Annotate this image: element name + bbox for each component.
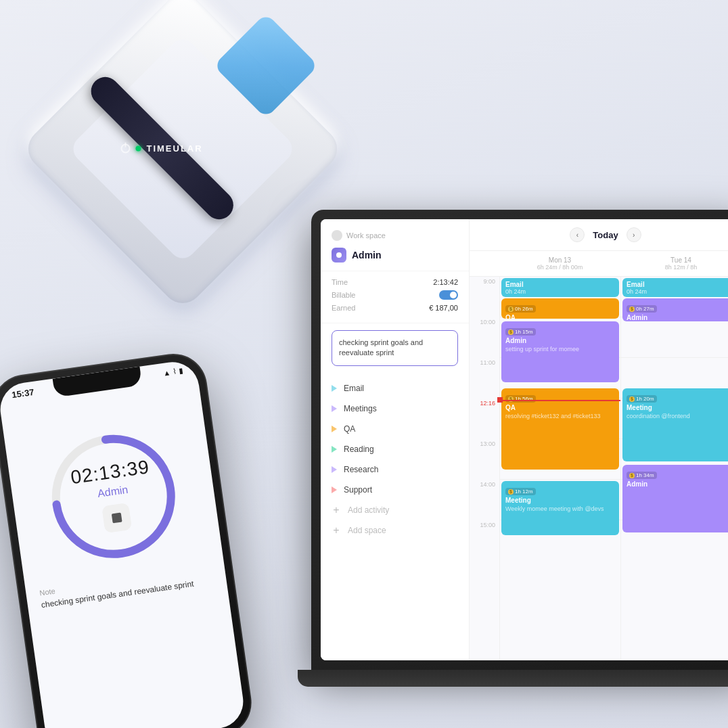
event-title: Admin <box>505 337 615 344</box>
laptop-base <box>298 670 728 687</box>
time-1000: 10:00 <box>470 317 499 358</box>
sidebar-header: Work space Admin <box>321 230 469 271</box>
activity-name-qa: QA <box>344 424 355 434</box>
activity-reading[interactable]: Reading <box>321 439 469 459</box>
event-mon-meeting[interactable]: $ 1h 12m Meeting Weekly momee meeting wi… <box>501 481 619 535</box>
earned-label: Earned <box>332 304 355 312</box>
day-sub-tue: 8h 12m / 8h <box>626 264 728 271</box>
activity-name-research: Research <box>344 465 378 474</box>
event-tue-admin2[interactable]: $ 1h 34m Admin <box>622 465 728 532</box>
add-space-item[interactable]: + Add space <box>321 520 469 541</box>
note-box[interactable]: checking sprint goals and reevaluate spr… <box>332 330 458 366</box>
event-dur: 0h 24m <box>505 288 615 295</box>
activity-research[interactable]: Research <box>321 459 469 480</box>
calendar-days-header: Mon 13 6h 24m / 8h 00m Tue 14 8h 12m / 8… <box>470 251 728 277</box>
earned-value: € 187,00 <box>429 304 458 312</box>
day-header-mon: Mon 13 6h 24m / 8h 00m <box>499 251 620 276</box>
event-badge: $ 1h 34m <box>627 472 657 479</box>
laptop-container: Work space Admin Time 2:13:42 <box>311 210 728 717</box>
day-name-tue: Tue 14 <box>626 256 728 264</box>
sidebar-stats: Time 2:13:42 Billable Earned € 187,00 <box>321 271 469 323</box>
event-badge: $ 0h 27m <box>627 305 657 313</box>
event-note: resolving #ticket132 and #ticket133 <box>505 413 615 419</box>
play-icon-research <box>332 466 337 473</box>
app-sidebar: Work space Admin Time 2:13:42 <box>321 219 470 660</box>
stat-row-earned: Earned € 187,00 <box>332 304 458 312</box>
calendar-header: ‹ Today › <box>470 219 728 251</box>
day-columns: Email 0h 24m $ 0h 26m QA $ 1h 15m <box>499 277 728 660</box>
event-tue-admin1[interactable]: $ 0h 27m Admin <box>622 298 728 321</box>
phone: 15:37 ▲ ⌇ ▮ 02:13:39 Admin <box>0 350 256 728</box>
workspace-label: Work space <box>346 231 386 240</box>
workspace-icon <box>332 230 342 241</box>
activity-name-support: Support <box>344 485 372 495</box>
add-activity-icon: + <box>332 505 341 515</box>
event-mon-email[interactable]: Email 0h 24m <box>501 278 619 297</box>
day-col-mon: Email 0h 24m $ 0h 26m QA $ 1h 15m <box>499 277 620 660</box>
activity-email[interactable]: Email <box>321 378 469 399</box>
phone-screen: 15:37 ▲ ⌇ ▮ 02:13:39 Admin <box>0 359 247 728</box>
event-title: Meeting <box>627 404 728 411</box>
play-icon-reading <box>332 446 337 453</box>
day-col-tue: Email 0h 24m $ 0h 27m Admin $ 1h 20m <box>620 277 728 660</box>
activity-meetings[interactable]: Meetings <box>321 399 469 419</box>
add-activity-label: Add activity <box>348 505 389 515</box>
stat-row-time: Time 2:13:42 <box>332 278 458 286</box>
play-icon-support <box>332 486 337 493</box>
event-mon-qa1[interactable]: $ 0h 26m QA <box>501 298 619 319</box>
event-tue-email[interactable]: Email 0h 24m <box>622 278 728 297</box>
hour-line-t2 <box>621 317 728 358</box>
event-badge: $ 1h 12m <box>505 488 536 495</box>
calendar-body: 9:00 10:00 11:00 12:16 13:00 14:00 15:00 <box>470 277 728 660</box>
sidebar-activities: Email Meetings QA Reading <box>321 373 469 650</box>
play-icon-meetings <box>332 405 337 412</box>
phone-status-icons: ▲ ⌇ ▮ <box>162 366 183 378</box>
next-nav-button[interactable]: › <box>627 227 641 242</box>
add-space-label: Add space <box>348 526 386 535</box>
billable-toggle[interactable] <box>439 290 458 300</box>
time-label: Time <box>332 278 348 286</box>
event-badge: $ 1h 20m <box>627 395 657 403</box>
phone-container: 15:37 ▲ ⌇ ▮ 02:13:39 Admin <box>0 322 311 728</box>
avatar-dot <box>336 252 342 258</box>
device-bar-content: TIMEULAR <box>121 143 203 153</box>
device-led <box>136 145 141 151</box>
sidebar-workspace: Work space <box>332 230 458 241</box>
app-calendar: ‹ Today › Mon 13 6h 24m / 8h 00m Tue 14 … <box>470 219 728 660</box>
phone-content: 02:13:39 Admin Note checking sprint goal… <box>1 389 247 728</box>
timer-circle: 02:13:39 Admin <box>37 420 190 573</box>
event-mon-admin[interactable]: $ 1h 15m Admin setting up sprint for mom… <box>501 321 619 382</box>
event-title: Email <box>627 281 728 288</box>
power-icon <box>121 143 131 153</box>
add-activity-item[interactable]: + Add activity <box>321 500 469 520</box>
sidebar-user: Admin <box>332 248 458 263</box>
time-1400: 14:00 <box>470 480 499 520</box>
today-label: Today <box>593 230 618 240</box>
event-badge: $ 1h 56m <box>505 395 536 403</box>
event-badge: $ 1h 15m <box>505 328 536 336</box>
event-dur: 0h 24m <box>627 288 728 295</box>
phone-note-section: Note checking sprint goals and reevaluat… <box>39 565 214 611</box>
activity-support[interactable]: Support <box>321 480 469 500</box>
event-note: setting up sprint for momee <box>505 346 615 352</box>
play-icon-qa <box>332 426 337 432</box>
play-icon-email <box>332 385 337 392</box>
timer-display: 02:13:39 Admin <box>70 456 158 537</box>
activity-name-reading: Reading <box>344 445 374 454</box>
time-gutter-header <box>470 251 499 276</box>
time-1216: 12:16 <box>470 399 499 439</box>
device-brand-label: TIMEULAR <box>147 143 203 153</box>
time-1500: 15:00 <box>470 520 499 561</box>
day-header-tue: Tue 14 8h 12m / 8h <box>620 251 728 276</box>
wifi-icon: ⌇ <box>173 367 177 376</box>
event-title: QA <box>505 314 615 319</box>
stop-button[interactable] <box>101 503 132 533</box>
event-badge: $ 0h 26m <box>505 305 536 313</box>
activity-qa[interactable]: QA <box>321 419 469 439</box>
event-note: coordination @frontend <box>627 413 728 419</box>
event-tue-meeting[interactable]: $ 1h 20m Meeting coordination @frontend <box>622 388 728 461</box>
event-title: Admin <box>627 480 728 488</box>
day-sub-mon: 6h 24m / 8h 00m <box>505 264 615 271</box>
time-1100: 11:00 <box>470 358 499 399</box>
prev-nav-button[interactable]: ‹ <box>570 227 585 242</box>
